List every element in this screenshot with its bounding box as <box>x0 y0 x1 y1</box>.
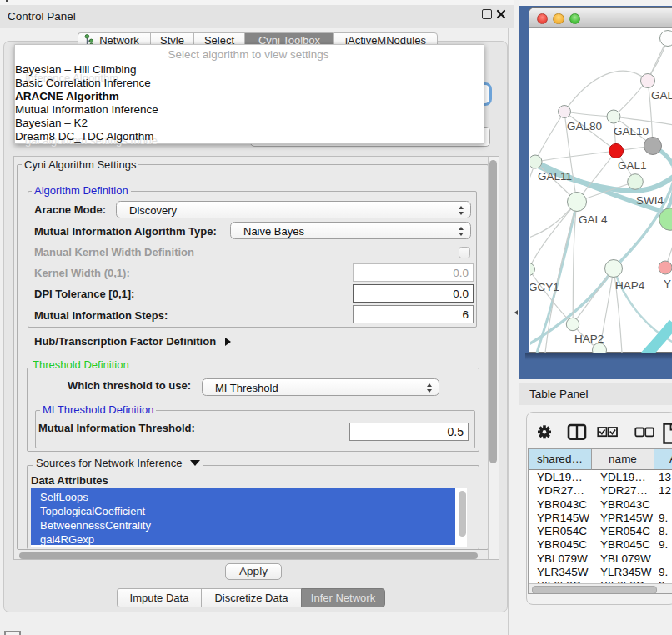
svg-text:GAL1: GAL1 <box>618 159 647 172</box>
svg-text:HAP2: HAP2 <box>574 332 604 345</box>
svg-text:GAL10: GAL10 <box>614 125 649 138</box>
svg-text:HAP4: HAP4 <box>615 279 645 292</box>
svg-text:GCY1: GCY1 <box>530 281 559 293</box>
svg-text:GAL4: GAL4 <box>579 213 608 226</box>
svg-text:Y: Y <box>664 278 671 290</box>
svg-text:GAL80: GAL80 <box>567 120 602 132</box>
svg-text:SWI4: SWI4 <box>636 194 664 207</box>
svg-text:GAL11: GAL11 <box>538 170 572 182</box>
svg-text:GAL7: GAL7 <box>651 89 672 102</box>
